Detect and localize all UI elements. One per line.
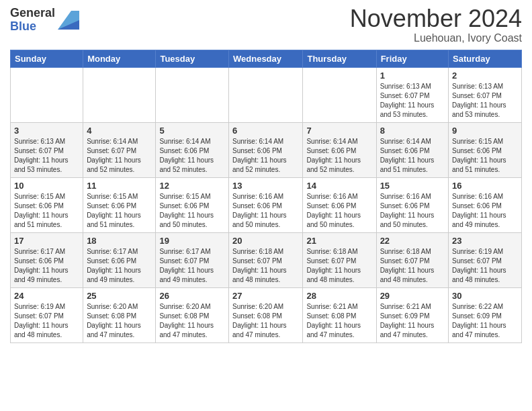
logo-general-text: General bbox=[10, 6, 55, 19]
day-cell-6: 6Sunrise: 6:14 AMSunset: 6:06 PMDaylight… bbox=[229, 123, 303, 178]
day-cell-1: 1Sunrise: 6:13 AMSunset: 6:07 PMDaylight… bbox=[376, 68, 448, 123]
empty-cell bbox=[156, 68, 229, 123]
day-number: 9 bbox=[452, 126, 518, 136]
day-cell-16: 16Sunrise: 6:16 AMSunset: 6:06 PMDayligh… bbox=[449, 178, 522, 233]
day-number: 19 bbox=[159, 236, 225, 246]
calendar-week-3: 10Sunrise: 6:15 AMSunset: 6:06 PMDayligh… bbox=[11, 178, 522, 233]
day-info: Sunrise: 6:17 AMSunset: 6:06 PMDaylight:… bbox=[14, 247, 79, 285]
day-number: 24 bbox=[14, 291, 79, 301]
day-info: Sunrise: 6:22 AMSunset: 6:09 PMDaylight:… bbox=[452, 302, 518, 340]
day-number: 7 bbox=[306, 126, 372, 136]
day-number: 14 bbox=[306, 181, 372, 191]
day-info: Sunrise: 6:14 AMSunset: 6:07 PMDaylight:… bbox=[87, 137, 152, 175]
day-info: Sunrise: 6:18 AMSunset: 6:07 PMDaylight:… bbox=[380, 247, 445, 285]
day-number: 1 bbox=[380, 71, 445, 81]
empty-cell bbox=[303, 68, 376, 123]
day-cell-25: 25Sunrise: 6:20 AMSunset: 6:08 PMDayligh… bbox=[83, 288, 156, 343]
day-info: Sunrise: 6:17 AMSunset: 6:07 PMDaylight:… bbox=[159, 247, 225, 285]
day-cell-4: 4Sunrise: 6:14 AMSunset: 6:07 PMDaylight… bbox=[83, 123, 156, 178]
logo: General Blue bbox=[10, 7, 79, 34]
day-info: Sunrise: 6:16 AMSunset: 6:06 PMDaylight:… bbox=[380, 192, 445, 230]
day-cell-11: 11Sunrise: 6:15 AMSunset: 6:06 PMDayligh… bbox=[83, 178, 156, 233]
calendar-week-4: 17Sunrise: 6:17 AMSunset: 6:06 PMDayligh… bbox=[11, 233, 522, 288]
day-cell-3: 3Sunrise: 6:13 AMSunset: 6:07 PMDaylight… bbox=[11, 123, 83, 178]
day-cell-29: 29Sunrise: 6:21 AMSunset: 6:09 PMDayligh… bbox=[376, 288, 448, 343]
empty-cell bbox=[11, 68, 83, 123]
day-number: 22 bbox=[380, 236, 445, 246]
weekday-header-monday: Monday bbox=[83, 50, 156, 68]
day-cell-26: 26Sunrise: 6:20 AMSunset: 6:08 PMDayligh… bbox=[156, 288, 229, 343]
day-number: 12 bbox=[159, 181, 225, 191]
day-cell-20: 20Sunrise: 6:18 AMSunset: 6:07 PMDayligh… bbox=[229, 233, 303, 288]
day-number: 18 bbox=[87, 236, 152, 246]
day-info: Sunrise: 6:16 AMSunset: 6:06 PMDaylight:… bbox=[232, 192, 299, 230]
title-block: November 2024 Luehouan, Ivory Coast bbox=[350, 7, 522, 44]
day-number: 28 bbox=[306, 291, 372, 301]
day-info: Sunrise: 6:18 AMSunset: 6:07 PMDaylight:… bbox=[232, 247, 299, 285]
day-cell-18: 18Sunrise: 6:17 AMSunset: 6:06 PMDayligh… bbox=[83, 233, 156, 288]
day-info: Sunrise: 6:15 AMSunset: 6:06 PMDaylight:… bbox=[14, 192, 79, 230]
day-info: Sunrise: 6:14 AMSunset: 6:06 PMDaylight:… bbox=[380, 137, 445, 175]
day-cell-9: 9Sunrise: 6:15 AMSunset: 6:06 PMDaylight… bbox=[449, 123, 522, 178]
day-number: 8 bbox=[380, 126, 445, 136]
day-cell-23: 23Sunrise: 6:19 AMSunset: 6:07 PMDayligh… bbox=[449, 233, 522, 288]
weekday-header-sunday: Sunday bbox=[11, 50, 83, 68]
location: Luehouan, Ivory Coast bbox=[350, 32, 522, 44]
day-info: Sunrise: 6:19 AMSunset: 6:07 PMDaylight:… bbox=[14, 302, 79, 340]
day-number: 17 bbox=[14, 236, 79, 246]
day-cell-12: 12Sunrise: 6:15 AMSunset: 6:06 PMDayligh… bbox=[156, 178, 229, 233]
day-cell-10: 10Sunrise: 6:15 AMSunset: 6:06 PMDayligh… bbox=[11, 178, 83, 233]
day-number: 5 bbox=[159, 126, 225, 136]
logo-icon bbox=[58, 11, 79, 30]
day-info: Sunrise: 6:20 AMSunset: 6:08 PMDaylight:… bbox=[87, 302, 152, 340]
day-number: 13 bbox=[232, 181, 299, 191]
weekday-header-friday: Friday bbox=[376, 50, 448, 68]
empty-cell bbox=[229, 68, 303, 123]
day-cell-19: 19Sunrise: 6:17 AMSunset: 6:07 PMDayligh… bbox=[156, 233, 229, 288]
day-info: Sunrise: 6:18 AMSunset: 6:07 PMDaylight:… bbox=[306, 247, 372, 285]
day-number: 30 bbox=[452, 291, 518, 301]
calendar-week-2: 3Sunrise: 6:13 AMSunset: 6:07 PMDaylight… bbox=[11, 123, 522, 178]
day-number: 21 bbox=[306, 236, 372, 246]
day-info: Sunrise: 6:14 AMSunset: 6:06 PMDaylight:… bbox=[306, 137, 372, 175]
day-info: Sunrise: 6:15 AMSunset: 6:06 PMDaylight:… bbox=[452, 137, 518, 175]
day-info: Sunrise: 6:15 AMSunset: 6:06 PMDaylight:… bbox=[87, 192, 152, 230]
day-cell-21: 21Sunrise: 6:18 AMSunset: 6:07 PMDayligh… bbox=[303, 233, 376, 288]
day-number: 16 bbox=[452, 181, 518, 191]
day-cell-17: 17Sunrise: 6:17 AMSunset: 6:06 PMDayligh… bbox=[11, 233, 83, 288]
day-cell-27: 27Sunrise: 6:20 AMSunset: 6:08 PMDayligh… bbox=[229, 288, 303, 343]
day-cell-2: 2Sunrise: 6:13 AMSunset: 6:07 PMDaylight… bbox=[449, 68, 522, 123]
empty-cell bbox=[83, 68, 156, 123]
calendar-week-1: 1Sunrise: 6:13 AMSunset: 6:07 PMDaylight… bbox=[11, 68, 522, 123]
calendar-header-row: SundayMondayTuesdayWednesdayThursdayFrid… bbox=[11, 50, 522, 68]
day-cell-7: 7Sunrise: 6:14 AMSunset: 6:06 PMDaylight… bbox=[303, 123, 376, 178]
day-number: 15 bbox=[380, 181, 445, 191]
header: General Blue November 2024 Luehouan, Ivo… bbox=[10, 7, 522, 44]
day-number: 10 bbox=[14, 181, 79, 191]
weekday-header-saturday: Saturday bbox=[449, 50, 522, 68]
day-info: Sunrise: 6:19 AMSunset: 6:07 PMDaylight:… bbox=[452, 247, 518, 285]
day-info: Sunrise: 6:21 AMSunset: 6:09 PMDaylight:… bbox=[380, 302, 445, 340]
day-info: Sunrise: 6:13 AMSunset: 6:07 PMDaylight:… bbox=[14, 137, 79, 175]
day-cell-24: 24Sunrise: 6:19 AMSunset: 6:07 PMDayligh… bbox=[11, 288, 83, 343]
day-cell-5: 5Sunrise: 6:14 AMSunset: 6:06 PMDaylight… bbox=[156, 123, 229, 178]
weekday-header-wednesday: Wednesday bbox=[229, 50, 303, 68]
logo-blue-text: Blue bbox=[10, 19, 36, 33]
calendar-table: SundayMondayTuesdayWednesdayThursdayFrid… bbox=[10, 50, 522, 343]
day-cell-8: 8Sunrise: 6:14 AMSunset: 6:06 PMDaylight… bbox=[376, 123, 448, 178]
day-cell-22: 22Sunrise: 6:18 AMSunset: 6:07 PMDayligh… bbox=[376, 233, 448, 288]
day-info: Sunrise: 6:20 AMSunset: 6:08 PMDaylight:… bbox=[159, 302, 225, 340]
day-cell-15: 15Sunrise: 6:16 AMSunset: 6:06 PMDayligh… bbox=[376, 178, 448, 233]
day-info: Sunrise: 6:14 AMSunset: 6:06 PMDaylight:… bbox=[159, 137, 225, 175]
day-number: 20 bbox=[232, 236, 299, 246]
day-number: 3 bbox=[14, 126, 79, 136]
day-info: Sunrise: 6:14 AMSunset: 6:06 PMDaylight:… bbox=[232, 137, 299, 175]
day-number: 23 bbox=[452, 236, 518, 246]
day-cell-30: 30Sunrise: 6:22 AMSunset: 6:09 PMDayligh… bbox=[449, 288, 522, 343]
day-info: Sunrise: 6:15 AMSunset: 6:06 PMDaylight:… bbox=[159, 192, 225, 230]
day-info: Sunrise: 6:21 AMSunset: 6:08 PMDaylight:… bbox=[306, 302, 372, 340]
day-cell-14: 14Sunrise: 6:16 AMSunset: 6:06 PMDayligh… bbox=[303, 178, 376, 233]
day-info: Sunrise: 6:13 AMSunset: 6:07 PMDaylight:… bbox=[380, 82, 445, 120]
day-number: 11 bbox=[87, 181, 152, 191]
day-info: Sunrise: 6:13 AMSunset: 6:07 PMDaylight:… bbox=[452, 82, 518, 120]
